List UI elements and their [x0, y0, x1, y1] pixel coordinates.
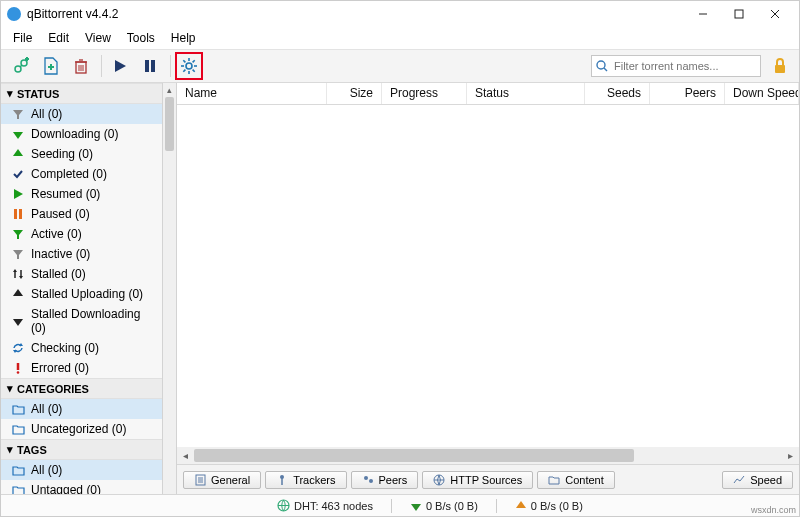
- preferences-button[interactable]: [175, 52, 203, 80]
- status-item[interactable]: Checking (0): [1, 338, 162, 358]
- app-icon: [7, 7, 21, 21]
- status-item[interactable]: Completed (0): [1, 164, 162, 184]
- col-status[interactable]: Status: [467, 83, 585, 104]
- svg-line-27: [183, 70, 185, 72]
- svg-point-56: [364, 476, 368, 480]
- col-seeds[interactable]: Seeds: [585, 83, 650, 104]
- tags-header[interactable]: ▾TAGS: [1, 439, 162, 460]
- watermark: wsxdn.com: [751, 505, 796, 515]
- up-arrow-icon: [515, 500, 527, 512]
- col-peers[interactable]: Peers: [650, 83, 725, 104]
- status-item-label: Stalled Downloading (0): [31, 307, 156, 335]
- menu-file[interactable]: File: [5, 27, 40, 49]
- title-bar: qBittorrent v4.4.2: [1, 1, 799, 27]
- menu-edit[interactable]: Edit: [40, 27, 77, 49]
- sidebar-scrollbar[interactable]: ▴: [163, 83, 177, 494]
- add-file-button[interactable]: [37, 52, 65, 80]
- scroll-right-icon[interactable]: ▸: [782, 447, 799, 464]
- status-item[interactable]: Downloading (0): [1, 124, 162, 144]
- torrent-list[interactable]: [177, 105, 799, 447]
- svg-marker-40: [13, 269, 17, 272]
- status-item[interactable]: Resumed (0): [1, 184, 162, 204]
- menu-tools[interactable]: Tools: [119, 27, 163, 49]
- status-item[interactable]: Stalled Uploading (0): [1, 284, 162, 304]
- col-size[interactable]: Size: [327, 83, 382, 104]
- status-item-label: Paused (0): [31, 207, 90, 221]
- status-item-label: Active (0): [31, 227, 82, 241]
- status-item-label: Stalled Uploading (0): [31, 287, 143, 301]
- tag-item[interactable]: All (0): [1, 460, 162, 480]
- svg-marker-17: [115, 60, 126, 72]
- category-item-label: Uncategorized (0): [31, 422, 126, 436]
- close-button[interactable]: [757, 1, 793, 27]
- globe-icon: [277, 499, 290, 512]
- categories-header[interactable]: ▾CATEGORIES: [1, 378, 162, 399]
- status-item[interactable]: All (0): [1, 104, 162, 124]
- status-item[interactable]: Active (0): [1, 224, 162, 244]
- svg-marker-32: [13, 110, 23, 119]
- status-item[interactable]: Inactive (0): [1, 244, 162, 264]
- status-header-label: STATUS: [17, 88, 59, 100]
- tab-content-label: Content: [565, 474, 604, 486]
- scroll-up-icon[interactable]: ▴: [163, 83, 176, 97]
- status-item-label: Resumed (0): [31, 187, 100, 201]
- svg-line-6: [20, 65, 22, 67]
- horizontal-scrollbar[interactable]: ◂ ▸: [177, 447, 799, 464]
- tab-general[interactable]: General: [183, 471, 261, 489]
- scroll-left-icon[interactable]: ◂: [177, 447, 194, 464]
- add-link-button[interactable]: [7, 52, 35, 80]
- menu-view[interactable]: View: [77, 27, 119, 49]
- down-speed-status[interactable]: 0 B/s (0 B): [410, 500, 478, 512]
- status-item[interactable]: Seeding (0): [1, 144, 162, 164]
- minimize-button[interactable]: [685, 1, 721, 27]
- toolbar-divider: [101, 55, 102, 77]
- category-item[interactable]: All (0): [1, 399, 162, 419]
- tab-trackers[interactable]: Trackers: [265, 471, 346, 489]
- svg-rect-1: [735, 10, 743, 18]
- filter-icon: [11, 227, 25, 241]
- dht-status[interactable]: DHT: 463 nodes: [277, 499, 373, 512]
- status-item[interactable]: Stalled Downloading (0): [1, 304, 162, 338]
- col-name[interactable]: Name: [177, 83, 327, 104]
- svg-marker-63: [516, 501, 526, 508]
- status-header[interactable]: ▾STATUS: [1, 83, 162, 104]
- pause-button[interactable]: [136, 52, 164, 80]
- folder-icon: [11, 463, 25, 477]
- tab-speed[interactable]: Speed: [722, 471, 793, 489]
- categories-header-label: CATEGORIES: [17, 383, 89, 395]
- scrollbar-thumb[interactable]: [165, 97, 174, 151]
- chart-icon: [733, 474, 745, 486]
- status-item[interactable]: Errored (0): [1, 358, 162, 378]
- status-item[interactable]: Stalled (0): [1, 264, 162, 284]
- tab-general-label: General: [211, 474, 250, 486]
- menu-help[interactable]: Help: [163, 27, 204, 49]
- maximize-button[interactable]: [721, 1, 757, 27]
- torrent-list-header: Name Size Progress Status Seeds Peers Do…: [177, 83, 799, 105]
- svg-point-55: [280, 475, 284, 479]
- folder-icon: [11, 483, 25, 494]
- tab-http-sources[interactable]: HTTP Sources: [422, 471, 533, 489]
- search-box[interactable]: [591, 55, 761, 77]
- up-speed-status[interactable]: 0 B/s (0 B): [515, 500, 583, 512]
- status-item-label: Inactive (0): [31, 247, 90, 261]
- tab-content[interactable]: Content: [537, 471, 615, 489]
- svg-marker-45: [13, 319, 23, 326]
- down-icon: [11, 314, 25, 328]
- resume-button[interactable]: [106, 52, 134, 80]
- search-input[interactable]: [612, 59, 756, 73]
- lock-button[interactable]: [767, 53, 793, 79]
- status-item[interactable]: Paused (0): [1, 204, 162, 224]
- svg-point-29: [597, 61, 605, 69]
- h-scrollbar-thumb[interactable]: [194, 449, 634, 462]
- tag-item-label: All (0): [31, 463, 62, 477]
- tag-item[interactable]: Untagged (0): [1, 480, 162, 494]
- col-down-speed[interactable]: Down Speed: [725, 83, 799, 104]
- tab-peers[interactable]: Peers: [351, 471, 419, 489]
- svg-rect-18: [145, 60, 149, 72]
- col-progress[interactable]: Progress: [382, 83, 467, 104]
- svg-marker-33: [13, 132, 23, 139]
- delete-button[interactable]: [67, 52, 95, 80]
- category-item[interactable]: Uncategorized (0): [1, 419, 162, 439]
- down-speed-label: 0 B/s (0 B): [426, 500, 478, 512]
- category-item-label: All (0): [31, 402, 62, 416]
